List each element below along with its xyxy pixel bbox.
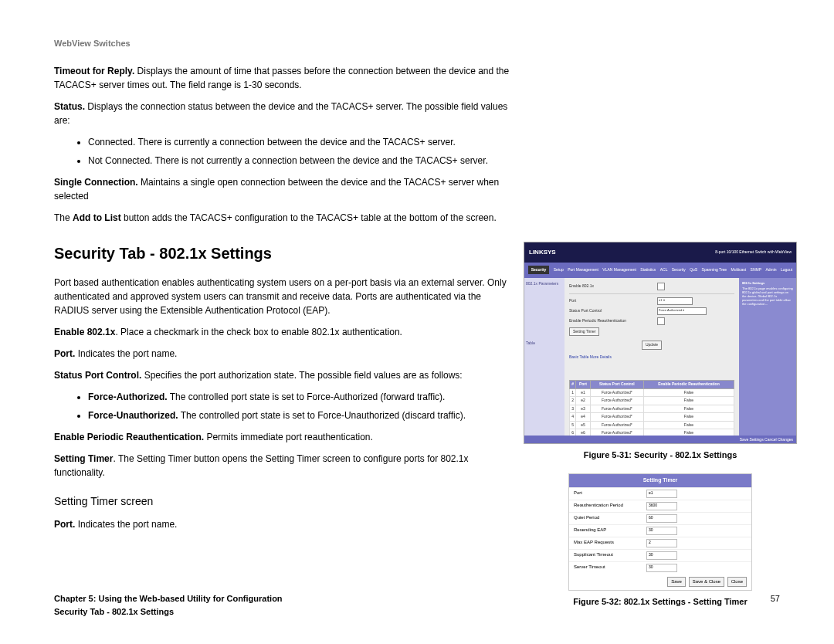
intro-para: Port based authentication enables authen…: [54, 276, 510, 317]
cell: 2: [570, 397, 576, 405]
fig31-nav-item[interactable]: Spanning Tree: [702, 267, 727, 273]
fig31-nav-item[interactable]: SNMP: [751, 267, 761, 273]
cell: False: [643, 413, 734, 422]
fig31-footer: Save Settings Cancel Changes: [524, 436, 796, 443]
cell: False: [643, 421, 734, 429]
enable-checkbox[interactable]: [657, 283, 665, 290]
cell: False: [643, 405, 734, 413]
fig31-nav-item[interactable]: Admin: [765, 267, 776, 273]
cell: Force Authorized*: [590, 413, 643, 422]
cell: 3: [570, 405, 576, 413]
fig31-brand: LINKSYS: [529, 248, 556, 257]
enable-para: Enable 802.1x. Place a checkmark in the …: [54, 325, 510, 339]
cell: 1: [570, 388, 576, 397]
table-row: 4e4Force Authorized*False: [570, 413, 734, 422]
fig31-side-item[interactable]: 802.1x Parameters: [526, 281, 563, 287]
table-row: 2e2Force Authorized*False: [570, 397, 734, 405]
setting-timer-button[interactable]: Setting Timer: [569, 327, 599, 337]
fig32-row: Max EAP Requests2: [569, 537, 751, 549]
port2-label: Port.: [54, 519, 75, 530]
table-row: 1e1Force Authorized*False: [570, 388, 734, 397]
cell: e1: [576, 388, 590, 397]
cell: 5: [570, 421, 576, 429]
status-item-connected: Connected. There is currently a connecti…: [88, 135, 510, 149]
fig31-nav-item[interactable]: Setup: [554, 267, 564, 273]
fig32-select[interactable]: e1: [646, 490, 677, 498]
fig31-tab-links[interactable]: Basic Table More Details: [569, 354, 734, 361]
cell: Force Authorized*: [590, 388, 643, 397]
fig32-label: Max EAP Requests: [574, 539, 642, 547]
fig32-row: Resending EAP30: [569, 524, 751, 537]
fig32-input[interactable]: 30: [646, 564, 677, 572]
status-text: Displays the connection status between t…: [54, 101, 507, 126]
spc-item-unauthorized: Force-Unauthorized. The controlled port …: [88, 408, 510, 422]
cell: e4: [576, 413, 590, 422]
fig32-label: Port: [574, 490, 642, 498]
fig31-nav-item[interactable]: Logout: [781, 267, 792, 273]
fig31-nav-item[interactable]: Security: [672, 267, 686, 273]
cell: 4: [570, 413, 576, 422]
fig31-nav: Security Setup Port Management VLAN Mana…: [524, 263, 796, 278]
fig32-buttons: Save Save & Close Close: [569, 574, 751, 590]
fig31-nav-item[interactable]: Port Management: [568, 267, 598, 273]
cell: Force Authorized*: [590, 405, 643, 413]
cell: e5: [576, 421, 590, 429]
fig32-input[interactable]: 60: [646, 514, 677, 523]
fig31-nav-item[interactable]: Statistics: [640, 267, 656, 273]
addlist-pre: The: [54, 212, 73, 223]
save-close-button[interactable]: Save & Close: [689, 577, 724, 587]
fig31-nav-item[interactable]: VLAN Management: [602, 267, 636, 273]
fig31-sidebar: 802.1x Parameters Table: [524, 278, 564, 443]
fig32-input[interactable]: 3600: [646, 502, 677, 510]
timeout-label: Timeout for Reply.: [54, 66, 134, 76]
th: Port: [576, 381, 590, 389]
fig32-input[interactable]: 2: [646, 539, 677, 547]
cell: False: [643, 397, 734, 405]
fig31-nav-item[interactable]: Multicast: [731, 267, 746, 273]
fig32-label: Reauthentication Period: [574, 502, 642, 510]
fig32-input[interactable]: 30: [646, 551, 677, 560]
subsection-heading: Setting Timer screen: [54, 493, 510, 510]
cell: Force Authorized*: [590, 397, 643, 405]
fig32-row: Supplicant Timeout30: [569, 549, 751, 561]
cell: e3: [576, 405, 590, 413]
spc-label: Status Port Control.: [54, 370, 141, 381]
footer-section: Security Tab - 802.1x Settings: [54, 605, 780, 619]
fig32-label: Quiet Period: [574, 514, 642, 523]
status-label: Status.: [54, 101, 85, 112]
port-label: Port.: [54, 348, 75, 359]
page-footer: Chapter 5: Using the Web-based Utility f…: [54, 592, 780, 618]
close-button[interactable]: Close: [727, 577, 747, 587]
rpanel-text: The 802.1x page enables configuring 802.…: [742, 286, 793, 307]
fig32-label: Resending EAP: [574, 527, 642, 535]
table-row: 5e5Force Authorized*False: [570, 421, 734, 429]
spc-item1-t: The controlled port state is set to Forc…: [178, 410, 466, 421]
rpanel-head: 802.1x Settings: [742, 281, 793, 285]
enable-label: Enable 802.1x: [54, 327, 115, 337]
cell: e2: [576, 397, 590, 405]
fig32-label: Server Timeout: [574, 564, 642, 572]
figure-31-caption: Figure 5-31: Security - 802.1x Settings: [524, 449, 797, 462]
cell: Force Authorized*: [590, 421, 643, 429]
fig31-side-item[interactable]: Table: [526, 341, 563, 347]
fig31-nav-active[interactable]: Security: [528, 266, 550, 275]
spc-bullets: Force-Authorized. The controlled port st…: [54, 390, 510, 422]
update-button[interactable]: Update: [642, 341, 662, 350]
epr-text: Permits immediate port reauthentication.: [204, 432, 373, 442]
st-label: Setting Timer: [54, 453, 113, 464]
port-select[interactable]: e1 ▾: [657, 297, 693, 305]
footer-chapter: Chapter 5: Using the Web-based Utility f…: [54, 592, 780, 605]
epr-checkbox[interactable]: [657, 317, 665, 325]
fig31-enable-label: Enable 802.1x: [569, 283, 654, 290]
fig32-input[interactable]: 30: [646, 527, 677, 535]
fig31-main: Enable 802.1x Porte1 ▾ Status Port Contr…: [564, 278, 739, 443]
fig32-row: Server Timeout30: [569, 561, 751, 574]
fig31-nav-item[interactable]: ACL: [660, 267, 668, 273]
fig31-nav-item[interactable]: QoS: [690, 267, 697, 273]
fig31-table: # Port Status Port Control Enable Period…: [569, 380, 734, 444]
save-button[interactable]: Save: [667, 577, 686, 587]
spc-text: Specifies the port authorization state. …: [141, 370, 462, 381]
fig31-spc-label: Status Port Control: [569, 308, 654, 314]
spc-select[interactable]: Force Authorized ▾: [657, 307, 707, 315]
status-bullets: Connected. There is currently a connecti…: [54, 135, 510, 168]
